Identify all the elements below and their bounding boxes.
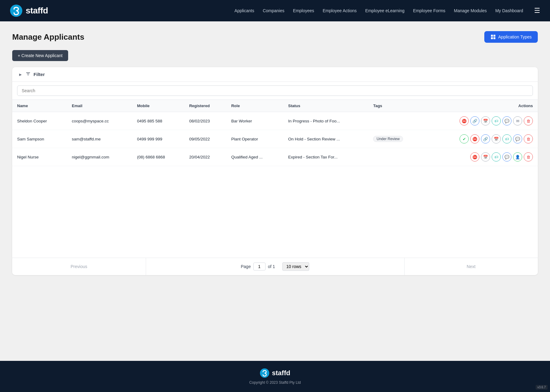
calendar-button[interactable]: 📅 [481, 152, 490, 162]
cell-mobile: 0495 885 588 [132, 112, 184, 130]
tag-button[interactable]: 🏷 [492, 152, 501, 162]
link-button[interactable]: 🔗 [481, 134, 490, 143]
cell-email: coops@myspace.cc [67, 112, 132, 130]
footer-logo: staffd [7, 368, 543, 378]
tag-button[interactable]: 🏷 [492, 116, 501, 125]
cell-mobile: 0499 999 999 [132, 130, 184, 148]
cell-registered: 20/04/2022 [184, 148, 226, 166]
email-button[interactable]: ✉ [513, 116, 522, 125]
comment-button[interactable]: 💬 [513, 134, 522, 143]
nav-companies[interactable]: Companies [263, 8, 284, 13]
footer-copyright: Copyright © 2023 Staffd Pty Ltd [7, 380, 543, 385]
col-mobile: Mobile [132, 100, 184, 112]
version-badge: v3.6.7 [536, 385, 548, 390]
block-button[interactable]: ⛔ [470, 152, 479, 162]
actions-group-row1: ⛔ 🔗 📅 🏷 💬 ✉ 🗑 [428, 116, 533, 125]
next-page-button[interactable]: Next [405, 260, 538, 273]
footer: staffd Copyright © 2023 Staffd Pty Ltd [0, 361, 550, 392]
cell-registered: 08/02/2023 [184, 112, 226, 130]
header: staffd Applicants Companies Employees Em… [0, 0, 550, 21]
calendar-button[interactable]: 📅 [492, 134, 501, 143]
logo[interactable]: staffd [10, 4, 48, 17]
col-email: Email [67, 100, 132, 112]
col-tags: Tags [368, 100, 423, 112]
pagination: Previous Page of 1 10 rows 25 rows 50 ro… [12, 258, 538, 275]
cell-role: Qualified Aged ... [226, 148, 283, 166]
delete-button[interactable]: 🗑 [524, 152, 533, 162]
cell-name: Sam Sampson [12, 130, 67, 148]
app-types-icon [490, 34, 496, 40]
filter-label: Filter [34, 72, 45, 77]
application-types-label: Application Types [498, 34, 532, 39]
table-header-row: Name Email Mobile Registered Role Status… [12, 100, 538, 112]
search-row [12, 82, 538, 100]
cell-name: Sheldon Cooper [12, 112, 67, 130]
col-status: Status [283, 100, 369, 112]
nav-my-dashboard[interactable]: My Dashboard [495, 8, 523, 13]
application-types-button[interactable]: Application Types [484, 31, 538, 43]
filter-icon [26, 71, 31, 77]
create-applicant-label: + Create New Applicant [18, 53, 63, 58]
cell-tags [368, 148, 423, 166]
svg-rect-1 [491, 35, 493, 37]
rows-per-page-select[interactable]: 10 rows 25 rows 50 rows [282, 262, 309, 271]
table-row: Sheldon Cooper coops@myspace.cc 0495 885… [12, 112, 538, 130]
page-number-input[interactable] [253, 263, 266, 270]
cell-registered: 09/05/2022 [184, 130, 226, 148]
comment-button[interactable]: 💬 [502, 152, 512, 162]
table-row: Nigel Nurse nigel@ggmmail.com (08) 6868 … [12, 148, 538, 166]
of-label: of 1 [268, 264, 275, 269]
col-name: Name [12, 100, 67, 112]
page-title: Manage Applicants [12, 32, 84, 42]
svg-rect-2 [493, 35, 495, 37]
block-button[interactable]: ⛔ [460, 116, 469, 125]
nav-employee-elearning[interactable]: Employee eLearning [365, 8, 404, 13]
svg-rect-4 [493, 37, 495, 39]
col-role: Role [226, 100, 283, 112]
tag-badge: Under Review [373, 136, 403, 142]
nav-employees[interactable]: Employees [293, 8, 314, 13]
cell-role: Bar Worker [226, 112, 283, 130]
logo-text: staffd [26, 6, 48, 16]
filter-row[interactable]: ► Filter [12, 67, 538, 82]
person-button[interactable]: 👤 [513, 152, 522, 162]
applicants-table-card: ► Filter Name Email Mobile Registered Ro… [12, 67, 538, 275]
main-content: Manage Applicants Application Types + Cr… [0, 21, 550, 361]
footer-logo-icon [260, 368, 270, 378]
col-registered: Registered [184, 100, 226, 112]
cell-email: nigel@ggmmail.com [67, 148, 132, 166]
link-button[interactable]: 🔗 [470, 116, 479, 125]
create-applicant-button[interactable]: + Create New Applicant [12, 50, 68, 61]
tag-button[interactable]: 🏷 [502, 134, 512, 143]
nav-employee-forms[interactable]: Employee Forms [413, 8, 446, 13]
empty-table-area [12, 166, 538, 258]
block-button[interactable]: ⛔ [470, 134, 479, 143]
search-input[interactable] [17, 85, 533, 96]
cell-actions: ✔ ⛔ 🔗 📅 🏷 💬 🗑 [423, 130, 538, 148]
delete-button[interactable]: 🗑 [524, 134, 533, 143]
cell-status: On Hold - Section Review ... [283, 130, 369, 148]
nav-applicants[interactable]: Applicants [234, 8, 254, 13]
nav-manage-modules[interactable]: Manage Modules [454, 8, 487, 13]
page-label: Page [241, 264, 251, 269]
cell-mobile: (08) 6868 6868 [132, 148, 184, 166]
main-nav: Applicants Companies Employees Employee … [234, 7, 540, 15]
delete-button[interactable]: 🗑 [524, 116, 533, 125]
comment-button[interactable]: 💬 [502, 116, 512, 125]
check-button[interactable]: ✔ [460, 134, 469, 143]
cell-email: sam@staffd.me [67, 130, 132, 148]
cell-role: Plant Operator [226, 130, 283, 148]
footer-logo-text: staffd [272, 369, 290, 377]
cell-tags: Under Review [368, 130, 423, 148]
prev-page-button[interactable]: Previous [12, 260, 146, 273]
cell-status: Expired - Section Tax For... [283, 148, 369, 166]
cell-tags [368, 112, 423, 130]
staffd-logo-icon [10, 4, 23, 17]
calendar-button[interactable]: 📅 [481, 116, 490, 125]
cell-actions: ⛔ 🔗 📅 🏷 💬 ✉ 🗑 [423, 112, 538, 130]
nav-employee-actions[interactable]: Employee Actions [323, 8, 357, 13]
table-row: Sam Sampson sam@staffd.me 0499 999 999 0… [12, 130, 538, 148]
applicants-table: Name Email Mobile Registered Role Status… [12, 100, 538, 166]
hamburger-menu[interactable]: ☰ [534, 7, 540, 15]
page-header: Manage Applicants Application Types [12, 31, 538, 43]
